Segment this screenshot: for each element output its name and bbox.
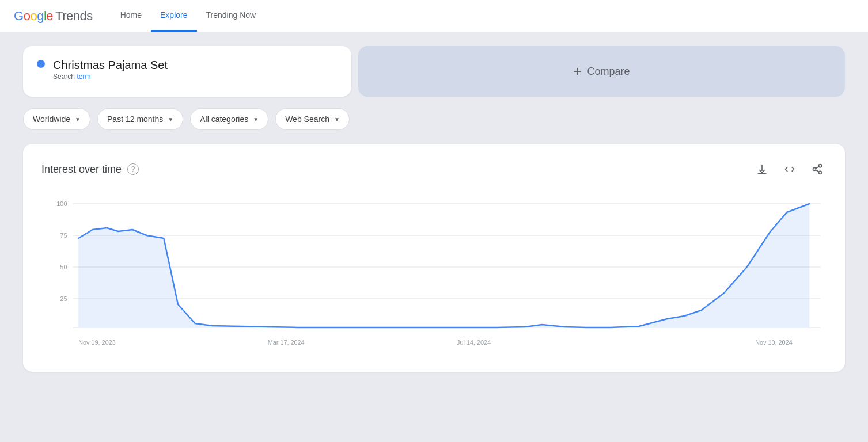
y-label-50: 50	[60, 264, 67, 270]
compare-plus-icon: +	[573, 63, 581, 79]
share-icon	[812, 163, 823, 175]
chart-actions	[753, 160, 827, 178]
logo: Google Trends	[14, 9, 93, 24]
search-compare-row: Christmas Pajama Set Search term + Compa…	[23, 46, 845, 97]
search-box: Christmas Pajama Set Search term	[23, 46, 351, 97]
help-icon-label: ?	[131, 165, 135, 173]
search-subtitle-text: Search	[53, 73, 75, 81]
search-term-title: Christmas Pajama Set	[53, 58, 168, 73]
trend-chart-svg: 100 75 50 25 Nov 19, 2023 Mar 17, 2024 J…	[41, 192, 827, 353]
search-type-dropdown-arrow: ▼	[334, 116, 340, 123]
filter-category-label: All categories	[200, 115, 248, 124]
filter-search-type[interactable]: Web Search ▼	[275, 108, 350, 130]
y-label-75: 75	[60, 232, 67, 239]
svg-line-4	[816, 170, 819, 172]
y-label-25: 25	[60, 295, 67, 302]
category-dropdown-arrow: ▼	[253, 116, 259, 123]
nav-trending-now[interactable]: Trending Now	[197, 0, 266, 32]
share-button[interactable]	[808, 160, 827, 178]
header: Google Trends Home Explore Trending Now	[0, 0, 868, 32]
nav-home[interactable]: Home	[111, 0, 151, 32]
x-label-nov24: Nov 10, 2024	[755, 339, 793, 346]
nav-explore[interactable]: Explore	[151, 0, 196, 32]
compare-label: Compare	[587, 66, 630, 78]
filter-search-type-label: Web Search	[285, 115, 329, 124]
filter-time[interactable]: Past 12 months ▼	[97, 108, 183, 130]
logo-google: Google	[14, 9, 53, 24]
search-text: Christmas Pajama Set Search term	[53, 58, 168, 81]
search-dot	[37, 60, 45, 68]
svg-line-5	[816, 166, 819, 168]
trend-line	[78, 204, 809, 327]
x-label-mar24: Mar 17, 2024	[268, 339, 305, 346]
filter-time-label: Past 12 months	[107, 115, 163, 124]
x-label-jul24: Jul 14, 2024	[457, 339, 491, 346]
filter-region[interactable]: Worldwide ▼	[23, 108, 90, 130]
chart-title: Interest over time	[41, 163, 122, 176]
region-dropdown-arrow: ▼	[75, 116, 81, 123]
time-dropdown-arrow: ▼	[168, 116, 173, 123]
chart-card: Interest over time ?	[23, 144, 845, 372]
y-label-100: 100	[56, 200, 67, 207]
chart-title-row: Interest over time ?	[41, 163, 139, 176]
x-label-nov23: Nov 19, 2023	[78, 339, 116, 346]
main-content: Christmas Pajama Set Search term + Compa…	[0, 32, 868, 386]
search-term-subtitle: Search term	[53, 73, 168, 81]
filter-row: Worldwide ▼ Past 12 months ▼ All categor…	[23, 108, 845, 130]
trend-area	[78, 204, 809, 327]
embed-icon	[784, 163, 795, 175]
chart-header: Interest over time ?	[41, 160, 827, 178]
chart-area: 100 75 50 25 Nov 19, 2023 Mar 17, 2024 J…	[41, 192, 827, 356]
embed-button[interactable]	[780, 160, 799, 178]
download-button[interactable]	[753, 160, 771, 178]
filter-category[interactable]: All categories ▼	[190, 108, 268, 130]
compare-box[interactable]: + Compare	[358, 46, 845, 97]
main-nav: Home Explore Trending Now	[111, 0, 265, 32]
help-icon[interactable]: ?	[127, 163, 139, 175]
download-icon	[756, 163, 768, 175]
filter-region-label: Worldwide	[33, 115, 70, 124]
search-subtitle-type: term	[77, 73, 90, 81]
logo-trends: Trends	[55, 9, 93, 24]
